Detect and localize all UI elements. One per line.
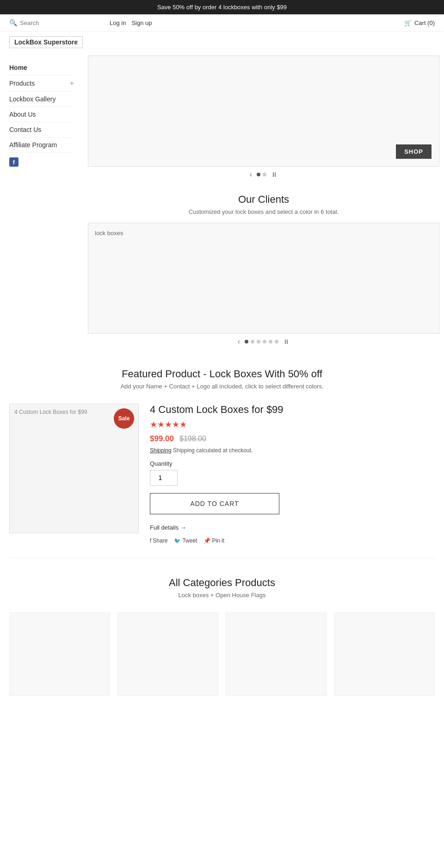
sidebar-item-affiliate-program[interactable]: Affiliate Program xyxy=(9,137,74,153)
share-facebook-label: Share xyxy=(153,537,167,544)
product-grid-item[interactable] xyxy=(334,612,435,696)
sidebar-item-label: Home xyxy=(9,64,27,71)
price-row: $99.00 $198.00 xyxy=(150,434,435,443)
sidebar-item-label: Lockbox Gallery xyxy=(9,95,56,103)
clients-dot-5[interactable] xyxy=(269,340,272,343)
sidebar-facebook[interactable]: f xyxy=(9,153,74,171)
full-details-link[interactable]: Full details → xyxy=(150,524,186,531)
clients-slider: lock boxes xyxy=(88,223,439,334)
price-original: $198.00 xyxy=(179,435,206,443)
login-link[interactable]: Log in xyxy=(110,19,126,26)
pinterest-share-icon: 📌 xyxy=(204,537,210,544)
products-grid xyxy=(0,612,444,714)
logo[interactable]: LockBox Superstore xyxy=(9,36,83,48)
sidebar-item-label: Affiliate Program xyxy=(9,141,57,149)
content-area: SHOP ‹ ⏸ Our Clients Customized your loc… xyxy=(83,56,444,350)
all-categories-title: All Categories Products xyxy=(9,577,435,589)
featured-subtitle: Add your Name + Contact + Logo all inclu… xyxy=(9,383,435,390)
sale-badge: Sale xyxy=(114,408,134,429)
clients-dot-6[interactable] xyxy=(275,340,278,343)
price-sale: $99.00 xyxy=(150,434,174,443)
sidebar: Home Products + Lockbox Gallery About Us… xyxy=(0,56,83,176)
clients-dots xyxy=(245,340,278,343)
add-to-cart-button[interactable]: ADD TO CART xyxy=(150,493,279,514)
search-icon: 🔍 xyxy=(9,19,17,26)
product-area: 4 Custom Lock Boxes for $99 Sale 4 Custo… xyxy=(0,404,444,553)
hero-dot-1[interactable] xyxy=(257,173,260,176)
product-name: 4 Custom Lock Boxes for $99 xyxy=(150,404,435,416)
twitter-share-icon: 🐦 xyxy=(174,537,181,544)
shipping-text: Shipping calculated at checkout. xyxy=(173,447,253,454)
clients-prev-arrow[interactable]: ‹ xyxy=(238,337,240,346)
sidebar-item-products[interactable]: Products + xyxy=(9,75,74,92)
clients-pause[interactable]: ⏸ xyxy=(283,338,290,345)
product-image-wrap: 4 Custom Lock Boxes for $99 Sale xyxy=(9,404,139,533)
product-image-label: 4 Custom Lock Boxes for $99 xyxy=(14,409,87,415)
share-pinterest-label: Pin it xyxy=(212,537,224,544)
sidebar-item-label: About Us xyxy=(9,111,36,118)
quantity-label: Quantity xyxy=(150,460,435,467)
logo-bar: LockBox Superstore xyxy=(0,31,444,51)
our-clients-subtitle: Customized your lock boxes and select a … xyxy=(88,208,439,215)
product-grid-item[interactable] xyxy=(117,612,218,696)
clients-dot-1[interactable] xyxy=(245,340,248,343)
sidebar-item-contact-us[interactable]: Contact Us xyxy=(9,122,74,137)
share-pinterest[interactable]: 📌 Pin it xyxy=(204,537,224,544)
cart-icon: 🛒 xyxy=(404,19,412,26)
quantity-input[interactable] xyxy=(150,470,178,486)
share-twitter-label: Tweet xyxy=(182,537,197,544)
sidebar-item-lockbox-gallery[interactable]: Lockbox Gallery xyxy=(9,92,74,107)
divider xyxy=(9,558,435,558)
signup-link[interactable]: Sign up xyxy=(131,19,152,26)
our-clients-title: Our Clients xyxy=(88,194,439,206)
expand-icon: + xyxy=(70,79,74,87)
hero-slider: SHOP xyxy=(88,56,439,167)
product-grid-item[interactable] xyxy=(226,612,327,696)
all-categories-subtitle: Lock boxes + Open House Flags xyxy=(9,592,435,599)
auth-links: Log in Sign up xyxy=(110,19,397,26)
all-categories-section: All Categories Products Lock boxes + Ope… xyxy=(0,563,444,612)
hero-pause[interactable]: ⏸ xyxy=(271,171,278,178)
sidebar-item-home[interactable]: Home xyxy=(9,60,74,75)
top-banner: Save 50% off by order 4 lockboxes with o… xyxy=(0,0,444,14)
hero-prev-arrow[interactable]: ‹ xyxy=(250,170,252,179)
hero-slider-controls: ‹ ⏸ xyxy=(88,167,439,182)
social-share: f Share 🐦 Tweet 📌 Pin it xyxy=(150,537,435,544)
main-layout: Home Products + Lockbox Gallery About Us… xyxy=(0,51,444,354)
facebook-icon: f xyxy=(9,157,18,167)
clients-dot-2[interactable] xyxy=(251,340,254,343)
clients-slider-label: lock boxes xyxy=(95,230,123,237)
banner-text: Save 50% off by order 4 lockboxes with o… xyxy=(157,4,287,11)
sidebar-item-label: Products xyxy=(9,80,35,87)
sidebar-item-about-us[interactable]: About Us xyxy=(9,107,74,122)
hero-dots xyxy=(257,173,266,176)
clients-dot-4[interactable] xyxy=(263,340,266,343)
featured-section: Featured Product - Lock Boxes With 50% o… xyxy=(0,354,444,404)
sidebar-item-label: Contact Us xyxy=(9,126,41,133)
shipping-info: Shipping Shipping calculated at checkout… xyxy=(150,447,435,454)
clients-dot-3[interactable] xyxy=(257,340,260,343)
search-input[interactable] xyxy=(20,19,98,26)
header: 🔍 Log in Sign up 🛒 Cart (0) xyxy=(0,14,444,31)
shipping-link[interactable]: Shipping xyxy=(150,447,172,454)
clients-slider-controls: ‹ ⏸ xyxy=(88,334,439,350)
hero-dot-2[interactable] xyxy=(263,173,266,176)
share-facebook[interactable]: f Share xyxy=(150,537,167,544)
facebook-share-icon: f xyxy=(150,537,151,544)
search-area: 🔍 xyxy=(9,19,98,26)
product-grid-item[interactable] xyxy=(9,612,110,696)
product-details: 4 Custom Lock Boxes for $99 ★★★★★ $99.00… xyxy=(150,404,435,544)
shop-button[interactable]: SHOP xyxy=(396,144,432,159)
featured-title: Featured Product - Lock Boxes With 50% o… xyxy=(9,368,435,380)
cart-area[interactable]: 🛒 Cart (0) xyxy=(404,19,435,26)
share-twitter[interactable]: 🐦 Tweet xyxy=(174,537,197,544)
product-stars: ★★★★★ xyxy=(150,419,435,430)
cart-label: Cart (0) xyxy=(414,19,435,26)
